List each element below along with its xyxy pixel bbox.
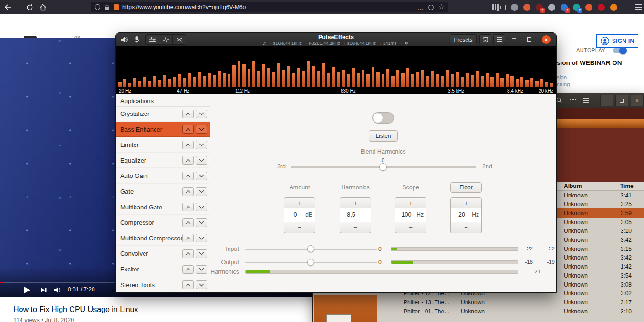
move-down-button[interactable]	[196, 156, 207, 165]
floor-button[interactable]: Floor	[450, 182, 482, 193]
extension-icon-7[interactable]: 2	[561, 4, 568, 11]
floor-value-field[interactable]: 20Hz	[450, 208, 482, 222]
output-gain-value: 0	[378, 259, 382, 266]
suggestion-text[interactable]: ching	[557, 82, 570, 87]
extension-icon-9[interactable]	[585, 4, 592, 11]
amount-decrease-button[interactable]: −	[284, 222, 315, 233]
move-up-button[interactable]	[182, 187, 194, 196]
move-up-button[interactable]	[182, 234, 194, 242]
move-up-button[interactable]	[182, 156, 194, 165]
effect-item-bass-enhancer[interactable]: Bass Enhancer	[116, 122, 210, 137]
home-button[interactable]	[38, 2, 48, 12]
column-header-time[interactable]: Time	[620, 183, 634, 189]
bookmark-star-icon[interactable]: ☆	[438, 2, 445, 11]
harmonics-value-field[interactable]: 8,5	[340, 208, 371, 222]
effect-item-multiband-compressor[interactable]: Multiband Compressor	[116, 230, 210, 246]
pocket-icon[interactable]	[428, 5, 434, 10]
output-gain-slider[interactable]	[307, 259, 314, 266]
move-up-button[interactable]	[182, 265, 194, 274]
next-button[interactable]	[41, 287, 47, 293]
effect-item-exciter[interactable]: Exciter	[116, 261, 210, 277]
move-up-button[interactable]	[182, 218, 194, 227]
suggestion-text[interactable]: sion	[557, 74, 567, 80]
amount-increase-button[interactable]: +	[284, 197, 315, 208]
extension-icon-10[interactable]	[598, 4, 605, 11]
page-actions-icon[interactable]: …	[417, 4, 424, 11]
player-menu-icon[interactable]	[583, 98, 589, 99]
effect-item-convolver[interactable]: Convolver	[116, 246, 210, 261]
play-button[interactable]	[24, 286, 31, 294]
move-down-button[interactable]	[196, 125, 207, 134]
presets-button[interactable]: Presets	[450, 34, 477, 44]
extension-icon-8[interactable]: 2	[573, 4, 580, 11]
scope-decrease-button[interactable]: −	[395, 222, 426, 233]
extension-icon-5[interactable]: 2	[536, 4, 543, 11]
scope-increase-button[interactable]: +	[395, 197, 426, 208]
player-more-icon[interactable]	[570, 99, 571, 100]
extension-icon-6[interactable]	[548, 4, 555, 11]
extension-icon-3[interactable]	[511, 4, 518, 11]
minimize-button[interactable]: –	[512, 34, 516, 42]
player-close-button[interactable]: ×	[631, 95, 644, 106]
effect-item-auto-gain[interactable]: Auto Gain	[116, 168, 210, 184]
effect-item-multiband-gate[interactable]: Multiband Gate	[116, 199, 210, 215]
volume-button[interactable]	[54, 287, 62, 293]
effect-item-compressor[interactable]: Compressor	[116, 215, 210, 230]
floor-increase-button[interactable]: +	[450, 197, 482, 208]
scope-value-field[interactable]: 100Hz	[395, 208, 426, 222]
url-bar[interactable]: https://www.youtube.com/watch?v=ojuTq6V-…	[91, 2, 448, 12]
move-down-button[interactable]	[196, 218, 207, 227]
player-maximize-button[interactable]	[615, 95, 628, 106]
reload-button[interactable]	[25, 2, 34, 12]
extension-icon-4[interactable]	[523, 4, 530, 11]
app-menu-button[interactable]	[493, 34, 505, 44]
move-up-button[interactable]	[182, 203, 194, 211]
harmonics-decrease-button[interactable]: −	[340, 222, 371, 233]
move-up-button[interactable]	[182, 280, 194, 289]
move-up-button[interactable]	[182, 110, 194, 118]
move-up-button[interactable]	[182, 125, 194, 134]
player-minimize-button[interactable]: –	[600, 95, 613, 106]
move-down-button[interactable]	[196, 187, 207, 196]
import-preset-button[interactable]	[479, 34, 491, 44]
move-up-button[interactable]	[182, 172, 194, 180]
sign-in-button[interactable]: SIGN IN	[596, 34, 638, 48]
applications-tab[interactable]: Applications	[116, 95, 210, 107]
move-down-button[interactable]	[196, 110, 207, 118]
back-button[interactable]	[3, 2, 12, 12]
effect-item-gate[interactable]: Gate	[116, 184, 210, 199]
pulseeffects-headerbar[interactable]: PulseEffects ♫ → s16le,44.1kHz → F32LE,4…	[116, 33, 556, 46]
move-down-button[interactable]	[196, 280, 207, 289]
blend-harmonics-slider[interactable]	[379, 163, 387, 171]
move-down-button[interactable]	[196, 203, 207, 211]
next-video-title[interactable]: sion of WEBINAR ON	[557, 59, 622, 66]
harmonics-increase-button[interactable]: +	[340, 197, 371, 208]
effect-item-equalizer[interactable]: Equalizer	[116, 153, 210, 168]
maximize-button[interactable]	[527, 37, 531, 42]
move-down-button[interactable]	[196, 234, 207, 242]
extension-icon-1[interactable]	[492, 4, 494, 10]
autoplay-toggle[interactable]	[613, 48, 626, 53]
lock-icon[interactable]	[104, 4, 110, 10]
effect-item-limiter[interactable]: Limiter	[116, 137, 210, 153]
player-search-icon[interactable]	[556, 97, 562, 103]
extension-icon-2[interactable]	[499, 5, 506, 10]
bass-enhancer-enable-switch[interactable]	[372, 112, 394, 124]
amount-value-field[interactable]: 0dB	[284, 208, 315, 222]
browser-menu-button[interactable]	[634, 2, 643, 12]
extension-icon-11[interactable]	[610, 4, 617, 11]
listen-button[interactable]: Listen	[369, 130, 398, 142]
input-gain-slider[interactable]	[307, 245, 314, 252]
move-up-button[interactable]	[182, 249, 194, 258]
player-panel-field[interactable]	[326, 314, 351, 322]
spectrum-bar	[456, 72, 459, 87]
move-down-button[interactable]	[196, 172, 207, 180]
floor-decrease-button[interactable]: −	[450, 222, 482, 233]
effect-item-crystalizer[interactable]: Crystalizer	[116, 106, 210, 122]
effect-item-stereo-tools[interactable]: Stereo Tools	[116, 277, 210, 293]
move-up-button[interactable]	[182, 141, 194, 149]
close-button[interactable]: ×	[542, 35, 551, 44]
move-down-button[interactable]	[196, 141, 207, 149]
column-header-album[interactable]: Album	[564, 183, 582, 189]
tracking-shield-icon[interactable]	[94, 4, 101, 10]
